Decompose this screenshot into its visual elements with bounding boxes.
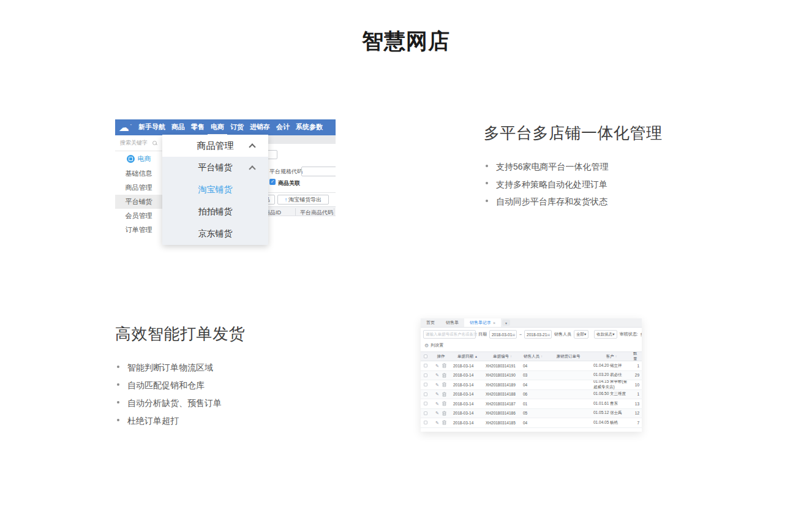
row-checkbox[interactable] (421, 380, 430, 389)
sort-desc-icon: ▲ (475, 355, 478, 358)
edit-icon[interactable]: ✎ (435, 402, 439, 406)
sidebar-item-order-mgmt[interactable]: 订单管理 (115, 223, 162, 237)
header-actions[interactable]: 操作 (430, 352, 451, 361)
sidebar-item-basic-info[interactable]: 基础信息 (115, 167, 162, 181)
delete-icon[interactable] (442, 363, 446, 368)
header-customer[interactable]: 客户↑ (592, 352, 631, 361)
table-row[interactable]: ✎2018-03-14XH201803141880601.06.50 文三维度1 (421, 390, 642, 400)
taobao-export-button[interactable]: ↑ 淘宝铺货导出 (277, 195, 329, 205)
audit-status-value[interactable]: 全部 (641, 331, 642, 337)
edit-icon[interactable]: ✎ (435, 383, 439, 387)
sidebar-item-ecommerce[interactable]: 电商 (115, 151, 162, 167)
sort-icon: ↑ (615, 355, 617, 358)
table-row[interactable]: ✎2018-03-14XH201803141910401.04.20 储立祥1 (421, 361, 642, 371)
spec-code-label: 平台规格代码 (269, 168, 303, 176)
delete-icon[interactable] (442, 392, 446, 397)
header-origin-order[interactable]: 原销货订单号 (545, 352, 592, 361)
tab-home[interactable]: 首页 (421, 318, 440, 327)
tab-dropdown-button[interactable]: ▾ (502, 320, 510, 326)
search-input[interactable]: 请输入单据号或客户名或备注 (423, 330, 476, 339)
edit-icon[interactable]: ✎ (435, 364, 439, 368)
row-checkbox[interactable] (421, 390, 430, 399)
cell-date: 2018-03-14 (451, 409, 484, 418)
row-actions: ✎ (430, 390, 451, 399)
menu-item-paipai[interactable]: 拍拍铺货 (162, 201, 268, 223)
nav-item-system[interactable]: 系统参数 (293, 119, 326, 135)
sales-table-screenshot: 首页 销售单 销售单记录 × ▾ 请输入单据号或客户名或备注 日期 2018-0… (421, 318, 642, 432)
cloud-logo-icon: ☁ʺ (119, 122, 129, 133)
header-date[interactable]: 单据日期▲ (451, 352, 484, 361)
row-checkbox[interactable] (421, 409, 430, 418)
delete-icon[interactable] (442, 373, 446, 378)
date-to-input[interactable]: 2018-03-21 ⊞ (524, 330, 552, 339)
table-row[interactable]: ✎2018-03-14XH201803141860501.05.12 张士禹12 (421, 409, 642, 419)
nav-item-ecommerce[interactable]: 电商 (208, 119, 227, 135)
cell-origin-order (545, 380, 592, 389)
edit-icon[interactable]: ✎ (435, 421, 439, 425)
delete-icon[interactable] (442, 411, 446, 416)
cell-origin-order (545, 361, 592, 370)
tab-sales-order[interactable]: 销售单 (440, 318, 464, 327)
header-docno[interactable]: 单据编号↑ (484, 352, 521, 361)
admin-top-nav: ☁ʺ 新手导航 商品 零售 电商 订货 进销存 会计 系统参数 (115, 119, 336, 135)
calendar-icon: ⊞ (547, 332, 550, 337)
table-row[interactable]: ✎2018-03-14XH201803141850401.04.05 杨艳7 (421, 418, 642, 428)
sidebar-item-member-mgmt[interactable]: 会员管理 (115, 209, 162, 223)
cell-salesperson: 03 (521, 371, 545, 380)
table-row[interactable]: ✎2018-03-14XH201803141890401.04.15 朱学桥(金… (421, 380, 642, 390)
header-qty[interactable]: 数量 (631, 352, 642, 361)
menu-item-goods-mgmt[interactable]: 商品管理 (162, 135, 268, 157)
cell-customer: 01.04.15 朱学桥(金超威专卖店) (592, 380, 631, 389)
salesperson-select[interactable]: 全部 ▾ (574, 330, 588, 339)
sidebar-item-platform-listing[interactable]: 平台铺货 (115, 195, 162, 209)
table-row[interactable]: ✎2018-03-14XH201803141870101.01.61 曹东13 (421, 399, 642, 409)
bullet-dot (486, 165, 488, 167)
divider (295, 208, 296, 216)
tab-sales-record[interactable]: 销售单记录 × (464, 318, 501, 327)
row-checkbox[interactable] (421, 371, 430, 380)
goods-link-checkbox[interactable]: ✓ (269, 179, 276, 185)
sort-icon: ↑ (510, 355, 512, 358)
payment-status-select[interactable]: 收款状态 ▾ (594, 330, 617, 339)
edit-icon[interactable]: ✎ (435, 411, 439, 415)
row-checkbox[interactable] (421, 361, 430, 370)
cell-qty: 7 (631, 418, 642, 427)
cell-docno: XH20180314191 (484, 361, 521, 370)
cell-docno: XH20180314189 (484, 380, 521, 389)
nav-item-retail[interactable]: 零售 (188, 119, 208, 135)
cell-origin-order (545, 399, 592, 408)
select-all-checkbox[interactable] (421, 352, 430, 361)
nav-item-ordering[interactable]: 订货 (227, 119, 247, 135)
cell-date: 2018-03-14 (451, 361, 484, 370)
table-row[interactable]: ✎2018-03-14XH201803141900301.03.20 易必佳29 (421, 371, 642, 381)
column-settings[interactable]: ⚙ 列设置 (421, 339, 642, 348)
filter-bar: 请输入单据号或客户名或备注 日期 2018-03-01 ⊞ ~ 2018-03-… (421, 328, 642, 339)
nav-item-accounting[interactable]: 会计 (273, 119, 293, 135)
sidebar-search[interactable]: 搜索关键字 (115, 135, 162, 151)
date-from-input[interactable]: 2018-03-01 ⊞ (489, 330, 517, 339)
close-icon[interactable]: × (493, 321, 495, 325)
nav-item-inventory[interactable]: 进销存 (247, 119, 273, 135)
menu-item-platform-listing[interactable]: 平台铺货 (162, 157, 268, 179)
cell-origin-order (545, 418, 592, 427)
feature-smart-shipping: 高效智能打单发货 智能判断订单物流区域 自动匹配促销和仓库 自动分析缺货、预售订… (115, 323, 245, 430)
menu-item-taobao[interactable]: 淘宝铺货 (162, 179, 268, 201)
edit-icon[interactable]: ✎ (435, 392, 439, 396)
header-salesperson[interactable]: 销售人员↑ (521, 352, 545, 361)
nav-item-goods[interactable]: 商品 (168, 119, 188, 135)
sidebar-item-goods-mgmt[interactable]: 商品管理 (115, 181, 162, 195)
spec-code-input[interactable] (301, 167, 336, 176)
delete-icon[interactable] (442, 382, 446, 387)
menu-item-jd[interactable]: 京东铺货 (162, 223, 268, 245)
delete-icon[interactable] (442, 420, 446, 425)
calendar-icon: ⊞ (512, 332, 515, 337)
chevron-up-icon (249, 143, 255, 150)
bullet-item: 支持56家电商平台一体化管理 (484, 158, 663, 176)
admin-nav-items: 新手导航 商品 零售 电商 订货 进销存 会计 系统参数 (135, 119, 326, 135)
edit-icon[interactable]: ✎ (435, 373, 439, 377)
row-checkbox[interactable] (421, 418, 430, 427)
row-checkbox[interactable] (421, 399, 430, 408)
delete-icon[interactable] (442, 401, 446, 406)
nav-item-newbie[interactable]: 新手导航 (135, 119, 168, 135)
admin-screenshot: ☁ʺ 新手导航 商品 零售 电商 订货 进销存 会计 系统参数 搜索关键字 电商… (115, 119, 336, 236)
